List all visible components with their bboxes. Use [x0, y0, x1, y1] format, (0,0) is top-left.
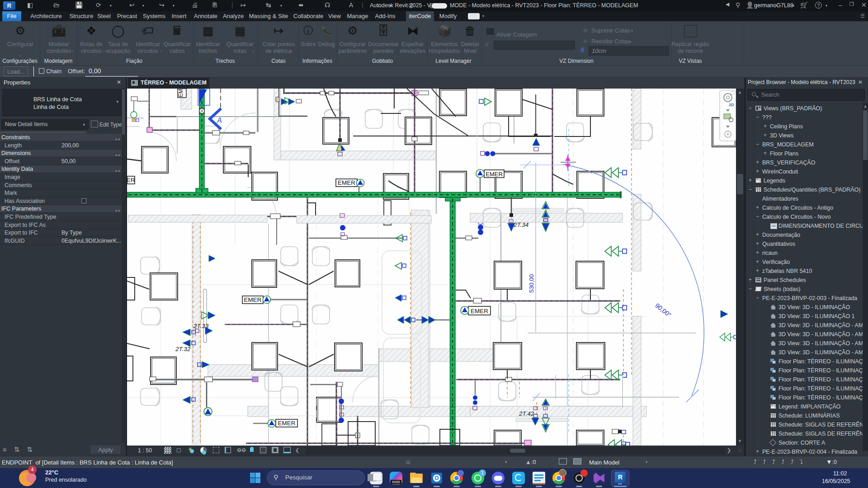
svg-text:EMER: EMER	[338, 179, 355, 186]
svg-text:EMER: EMER	[278, 420, 295, 427]
svg-text:EM: EM	[178, 89, 184, 97]
svg-text:ER: ER	[127, 177, 135, 183]
svg-text:A: A	[217, 117, 222, 124]
svg-text:2T.34: 2T.34	[513, 221, 528, 228]
svg-text:2T.33: 2T.33	[193, 323, 209, 329]
svg-text:2T.32: 2T.32	[175, 346, 191, 352]
svg-text:2D: 2D	[729, 103, 734, 107]
svg-text:2T.42: 2T.42	[519, 410, 534, 417]
svg-text:530,00: 530,00	[528, 274, 535, 293]
svg-text:EMER: EMER	[486, 171, 503, 178]
svg-text:EMER: EMER	[471, 308, 488, 314]
svg-text:EMER: EMER	[244, 296, 261, 303]
